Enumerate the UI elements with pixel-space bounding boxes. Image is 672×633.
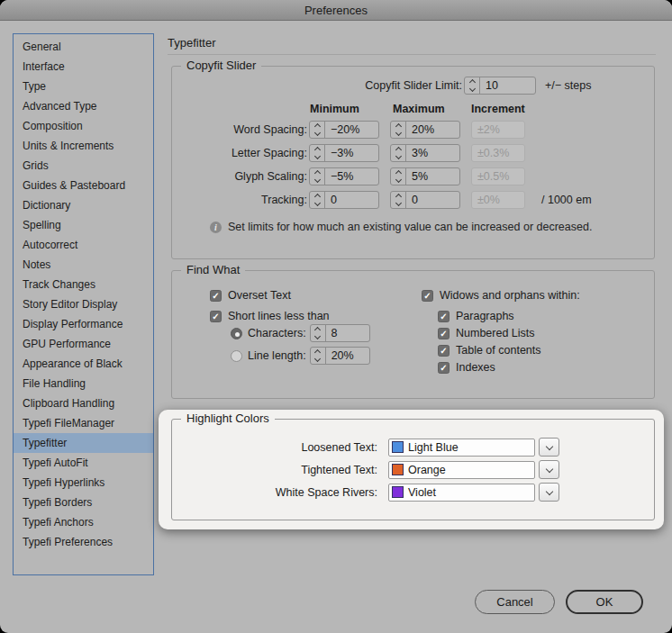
value-field[interactable]: 0 <box>390 191 460 209</box>
sidebar-item-story-editor-display[interactable]: Story Editor Display <box>14 294 153 314</box>
sidebar-item-dictionary[interactable]: Dictionary <box>14 195 153 215</box>
checkbox-checked-icon[interactable]: ✓ <box>210 311 222 322</box>
sidebar-item-type[interactable]: Type <box>14 77 153 96</box>
stepper-icon[interactable] <box>311 348 326 364</box>
value-field[interactable]: 0 <box>309 191 379 209</box>
sidebar-item-gpu-performance[interactable]: GPU Performance <box>14 334 153 354</box>
stepper-icon[interactable] <box>391 168 406 185</box>
field-value[interactable]: 5% <box>406 170 428 183</box>
widows-orphans-checkbox-row[interactable]: ✓ Widows and orphans within: <box>422 289 580 302</box>
stepper-icon[interactable] <box>310 168 325 185</box>
info-icon: i <box>210 222 222 233</box>
info-row: i Set limits for how much an existing va… <box>210 221 592 233</box>
value-field[interactable]: −5% <box>309 167 379 185</box>
checkbox-label: Table of contents <box>456 344 541 357</box>
field-value: ±2% <box>472 123 500 136</box>
sidebar-item-typefi-filemanager[interactable]: Typefi FileManager <box>14 413 153 433</box>
stepper-icon[interactable] <box>310 145 325 161</box>
checkbox-checked-icon[interactable]: ✓ <box>422 290 433 302</box>
field-value[interactable]: −5% <box>325 170 353 183</box>
checkbox-row-indexes[interactable]: ✓Indexes <box>438 361 495 374</box>
sidebar-item-grids[interactable]: Grids <box>14 156 153 176</box>
stepper-icon[interactable] <box>311 325 326 341</box>
checkbox-checked-icon[interactable]: ✓ <box>438 345 450 357</box>
characters-field[interactable]: 8 <box>310 324 370 342</box>
short-lines-checkbox-row[interactable]: ✓ Short lines less than <box>210 310 330 322</box>
field-value[interactable]: 3% <box>406 147 428 159</box>
field-value[interactable]: −20% <box>325 123 359 136</box>
sidebar-item-autocorrect[interactable]: Autocorrect <box>14 235 153 255</box>
characters-value[interactable]: 8 <box>326 327 338 339</box>
sidebar-item-spelling[interactable]: Spelling <box>14 215 153 235</box>
overset-text-label: Overset Text <box>228 289 291 302</box>
stepper-icon[interactable] <box>310 192 325 208</box>
checkbox-checked-icon[interactable]: ✓ <box>438 362 450 374</box>
sidebar-item-typefitter[interactable]: Typefitter <box>14 433 153 453</box>
value-field[interactable]: 20% <box>390 121 460 139</box>
stepper-icon[interactable] <box>391 122 406 138</box>
column-header-minimum: Minimum <box>310 103 359 115</box>
field-value: ±0.3% <box>472 147 509 159</box>
radio-selected-icon[interactable] <box>231 328 242 339</box>
sidebar-item-composition[interactable]: Composition <box>14 116 153 136</box>
characters-radio-row[interactable]: Characters: 8 <box>231 324 370 342</box>
line-length-field[interactable]: 20% <box>310 347 370 365</box>
checkbox-checked-icon[interactable]: ✓ <box>210 290 222 302</box>
sidebar-item-clipboard-handling[interactable]: Clipboard Handling <box>14 393 153 413</box>
sidebar-item-appearance-of-black[interactable]: Appearance of Black <box>14 354 153 374</box>
sidebar-item-general[interactable]: General <box>14 37 153 57</box>
chevron-down-icon[interactable] <box>539 460 559 479</box>
field-value: ±0.5% <box>472 170 509 183</box>
chevron-down-icon[interactable] <box>539 438 559 457</box>
checkbox-row-paragraphs[interactable]: ✓Paragraphs <box>438 310 514 322</box>
sidebar-item-track-changes[interactable]: Track Changes <box>14 275 153 294</box>
stepper-icon[interactable] <box>465 77 480 94</box>
sidebar-item-interface[interactable]: Interface <box>14 57 153 77</box>
sidebar-item-typefi-preferences[interactable]: Typefi Preferences <box>14 532 153 552</box>
color-dropdown-violet[interactable]: Violet <box>388 484 535 502</box>
copyfit-limit-value[interactable]: 10 <box>480 79 498 92</box>
line-length-value[interactable]: 20% <box>326 349 354 362</box>
sidebar-item-advanced-type[interactable]: Advanced Type <box>14 96 153 116</box>
checkbox-row-table-of-contents[interactable]: ✓Table of contents <box>438 344 541 357</box>
checkbox-checked-icon[interactable]: ✓ <box>438 328 450 339</box>
value-field[interactable]: −20% <box>309 121 379 139</box>
field-value[interactable]: −3% <box>325 147 353 159</box>
overset-text-checkbox-row[interactable]: ✓ Overset Text <box>210 289 291 302</box>
field-value[interactable]: 0 <box>325 194 337 206</box>
sidebar-item-units-increments[interactable]: Units & Increments <box>14 136 153 156</box>
stepper-icon[interactable] <box>391 192 406 208</box>
field-value[interactable]: 0 <box>406 194 418 206</box>
field-value[interactable]: 20% <box>406 123 434 136</box>
color-dropdown-value: Light Blue <box>408 441 459 454</box>
value-field[interactable]: 3% <box>390 144 460 162</box>
cancel-button[interactable]: Cancel <box>475 590 555 614</box>
radio-unselected-icon[interactable] <box>231 350 242 362</box>
checkbox-checked-icon[interactable]: ✓ <box>438 311 450 322</box>
sidebar-item-file-handling[interactable]: File Handling <box>14 374 153 393</box>
increment-field: ±0.5% <box>471 167 525 185</box>
value-field[interactable]: −3% <box>309 144 379 162</box>
color-dropdown-orange[interactable]: Orange <box>388 461 535 479</box>
copyfit-limit-field[interactable]: 10 <box>464 77 536 95</box>
chevron-down-icon[interactable] <box>539 483 559 502</box>
row-label: Word Spacing: <box>172 123 307 136</box>
highlight-colors-legend: Highlight Colors <box>181 411 275 425</box>
characters-label: Characters: <box>248 327 306 339</box>
sidebar-item-guides-pasteboard[interactable]: Guides & Pasteboard <box>14 176 153 195</box>
highlight-row-label: Tightened Text: <box>172 464 377 476</box>
checkbox-row-numbered-lists[interactable]: ✓Numbered Lists <box>438 327 535 339</box>
sidebar-item-notes[interactable]: Notes <box>14 255 153 275</box>
color-dropdown-light-blue[interactable]: Light Blue <box>388 439 535 457</box>
stepper-icon[interactable] <box>391 145 406 161</box>
sidebar-item-typefi-hyperlinks[interactable]: Typefi Hyperlinks <box>14 473 153 493</box>
sidebar-item-typefi-autofit[interactable]: Typefi AutoFit <box>14 453 153 473</box>
sidebar-item-typefi-borders[interactable]: Typefi Borders <box>14 493 153 512</box>
color-dropdown-value: Orange <box>408 464 446 476</box>
sidebar-item-typefi-anchors[interactable]: Typefi Anchors <box>14 512 153 532</box>
stepper-icon[interactable] <box>310 122 325 138</box>
line-length-radio-row[interactable]: Line length: 20% <box>231 347 370 365</box>
sidebar-item-display-performance[interactable]: Display Performance <box>14 314 153 334</box>
value-field[interactable]: 5% <box>390 167 460 185</box>
ok-button[interactable]: OK <box>566 590 643 614</box>
